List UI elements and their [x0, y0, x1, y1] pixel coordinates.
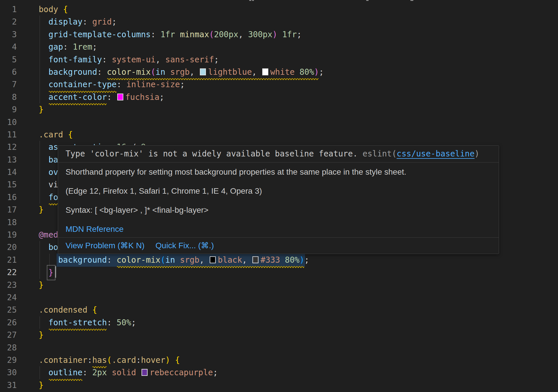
line-number[interactable]: 23 [0, 279, 17, 291]
eslint-rule-link[interactable]: css/use-baseline [397, 149, 475, 158]
indent-guide [40, 28, 40, 41]
code-line[interactable]: 22 } [0, 266, 558, 279]
token: : [63, 42, 73, 52]
line-number[interactable]: 22 [0, 266, 17, 279]
code-line[interactable]: 25.condensed { [0, 304, 558, 316]
token: lightblue [208, 67, 252, 77]
line-number[interactable]: 14 [0, 166, 17, 178]
line-number[interactable]: 5 [0, 53, 17, 66]
mdn-reference-link[interactable]: MDN Reference [66, 225, 124, 234]
line-number[interactable]: 25 [0, 304, 17, 316]
token: 80% [285, 255, 300, 265]
code-line[interactable]: 11.card { [0, 128, 558, 141]
token: : [102, 55, 112, 64]
color-swatch[interactable] [200, 68, 206, 75]
token [39, 42, 49, 52]
warning-underline: outline [49, 366, 83, 379]
code-line[interactable]: 8 accent-color: fuchsia; [0, 91, 558, 103]
indent-guide [40, 41, 40, 53]
token: { [175, 355, 180, 365]
indent-guide [40, 154, 40, 166]
line-number[interactable]: 18 [0, 216, 17, 229]
line-number[interactable]: 17 [0, 204, 17, 216]
token: in [156, 67, 165, 77]
line-number[interactable]: 16 [0, 191, 17, 204]
line-number[interactable]: 1 [0, 3, 17, 16]
code-line[interactable]: 2 display: grid; [0, 16, 558, 28]
token: ; [92, 42, 97, 52]
line-number[interactable]: 20 [0, 241, 17, 253]
code-text: body { [39, 3, 558, 16]
token: body [39, 5, 58, 14]
code-text: font-stretch: 50%; [39, 316, 558, 329]
code-line[interactable]: 1body { [0, 3, 558, 16]
token: ( [160, 255, 165, 265]
token: , [238, 30, 248, 39]
line-number[interactable]: 10 [0, 116, 17, 128]
token: { [68, 130, 73, 139]
warning-underline: container-type [49, 78, 117, 91]
code-line[interactable]: 27} [0, 329, 558, 341]
code-line[interactable]: 28 [0, 341, 558, 354]
code-line[interactable]: 24 [0, 291, 558, 304]
code-line[interactable]: 3 grid-template-columns: 1fr minmax(200p… [0, 28, 558, 41]
code-line[interactable]: 31} [0, 379, 558, 391]
line-number[interactable]: 26 [0, 316, 17, 329]
token: } [39, 280, 44, 290]
line-number[interactable]: 12 [0, 141, 17, 153]
code-line[interactable]: 26 font-stretch: 50%; [0, 316, 558, 329]
line-number[interactable]: 29 [0, 354, 17, 366]
selection-highlight: background: color-mix(in srgb, black, #3… [57, 253, 305, 267]
code-line[interactable]: 7 container-type: inline-size; [0, 78, 558, 91]
color-swatch[interactable] [262, 68, 268, 75]
line-number[interactable]: 31 [0, 379, 17, 391]
line-number[interactable]: 6 [0, 66, 17, 78]
line-number[interactable]: 9 [0, 103, 17, 116]
token: , [156, 55, 165, 64]
token: } [39, 330, 44, 340]
code-line[interactable]: 5 font-family: system-ui, sans-serif; [0, 53, 558, 66]
line-number[interactable]: 30 [0, 366, 17, 379]
line-number[interactable]: 21 [0, 254, 17, 266]
token: ; [131, 318, 136, 327]
line-number[interactable]: 27 [0, 329, 17, 341]
line-number[interactable]: 11 [0, 128, 17, 141]
line-number[interactable]: 8 [0, 91, 17, 103]
line-number[interactable]: 3 [0, 28, 17, 41]
indent-guide [40, 178, 40, 191]
code-line[interactable]: 29.container:has(.card:hover) { [0, 354, 558, 366]
line-number[interactable]: 24 [0, 291, 17, 304]
token: { [63, 5, 68, 14]
view-problem-action[interactable]: View Problem (⌘K N) [66, 241, 144, 250]
clipped-text-fragment [249, 0, 251, 1]
code-line[interactable]: 4 gap: 1rem; [0, 41, 558, 53]
warning-underline: accent-color [49, 91, 107, 103]
token: 300px [248, 30, 272, 39]
quick-fix-action[interactable]: Quick Fix... (⌘.) [155, 241, 214, 250]
clipped-text-fragment [252, 0, 254, 1]
code-line[interactable]: 30 outline: 2px solid rebeccapurple; [0, 366, 558, 379]
code-line[interactable]: 21 background: color-mix(in srgb, black,… [0, 254, 558, 266]
code-line[interactable]: 23} [0, 279, 558, 291]
token: ( [107, 355, 112, 365]
line-number[interactable]: 2 [0, 16, 17, 28]
line-number[interactable]: 7 [0, 78, 17, 91]
token [107, 368, 112, 377]
line-number[interactable]: 19 [0, 229, 17, 241]
token: font-stretch [49, 318, 107, 327]
line-number[interactable]: 15 [0, 178, 17, 191]
color-swatch[interactable] [210, 256, 216, 263]
line-number[interactable]: 4 [0, 41, 17, 53]
code-line[interactable]: 9} [0, 103, 558, 116]
code-line[interactable]: 6 background: color-mix(in srgb, lightbl… [0, 66, 558, 78]
code-line[interactable]: 10 [0, 116, 558, 128]
token: , [199, 255, 209, 265]
line-number[interactable]: 28 [0, 341, 17, 354]
color-swatch[interactable] [117, 94, 123, 100]
hover-action-bar: View Problem (⌘K N) Quick Fix... (⌘.) [58, 238, 499, 254]
line-number[interactable]: 13 [0, 154, 17, 166]
color-swatch[interactable] [142, 369, 148, 376]
color-swatch[interactable] [252, 256, 258, 263]
token [39, 242, 49, 252]
indent-guide [40, 254, 40, 266]
